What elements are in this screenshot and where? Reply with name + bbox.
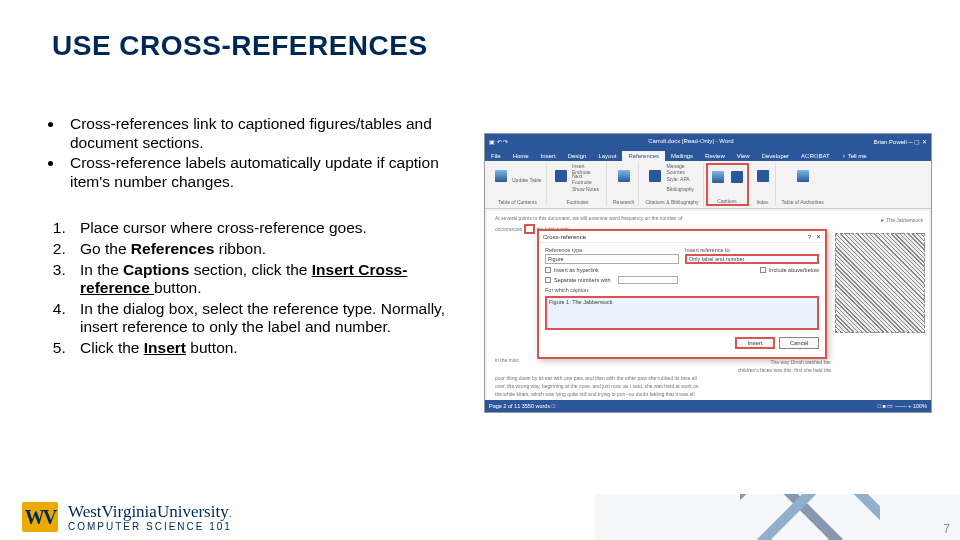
btn-style[interactable]: Style: APA	[666, 174, 696, 184]
step-5: Click the Insert button.	[70, 339, 470, 358]
btn-cross-reference[interactable]	[729, 165, 745, 189]
include-above-below-label: Include above/below	[769, 267, 819, 273]
insertion-point	[524, 224, 535, 234]
include-above-below-checkbox[interactable]	[760, 267, 766, 273]
group-label-research: Research	[613, 199, 634, 205]
tab-developer[interactable]: Developer	[756, 151, 795, 161]
tab-design[interactable]: Design	[562, 151, 593, 161]
status-bar: Page 2 of 11 3550 words □ □ ■ ▭ ─── + 10…	[485, 400, 931, 412]
group-footnotes: Insert EndnoteNext FootnoteShow Notes Fo…	[549, 163, 607, 206]
btn-insert-citation[interactable]	[647, 164, 663, 188]
doc-text: At several points in this document, we w…	[495, 215, 921, 221]
university-name: WestVirginiaUniversity.	[68, 503, 232, 520]
intro-bullets: Cross-references link to captioned figur…	[40, 115, 470, 191]
word-titlebar: ▣ ↶ ↷ Carroll.docx [Read-Only] - Word Br…	[485, 134, 931, 148]
btn-toc[interactable]	[493, 164, 509, 188]
dialog-titlebar: Cross-reference ? ✕	[539, 231, 825, 243]
tab-view[interactable]: View	[731, 151, 756, 161]
doc-text: over, the wrong way, beginning at the no…	[495, 383, 831, 389]
word-screenshot: ▣ ↶ ↷ Carroll.docx [Read-Only] - Word Br…	[484, 133, 932, 413]
dialog-close-icon[interactable]: ? ✕	[808, 233, 821, 240]
reference-type-label: Reference type:	[545, 247, 679, 253]
group-toc: Update Table Table of Contents	[489, 163, 547, 206]
tab-acrobat[interactable]: ACROBAT	[795, 151, 836, 161]
insert-as-hyperlink-label: Insert as hyperlink	[554, 267, 599, 273]
group-index: Index	[751, 163, 776, 206]
btn-smart-lookup[interactable]	[616, 164, 632, 188]
separate-numbers-checkbox[interactable]	[545, 277, 551, 283]
cross-reference-dialog: Cross-reference ? ✕ Reference type: Figu…	[537, 229, 827, 359]
tab-mailings[interactable]: Mailings	[665, 151, 699, 161]
window-title: Carroll.docx [Read-Only] - Word	[648, 138, 733, 144]
ribbon: Update Table Table of Contents Insert En…	[485, 161, 931, 209]
slide-body: Cross-references link to captioned figur…	[40, 115, 470, 360]
tab-review[interactable]: Review	[699, 151, 731, 161]
window-controls: Brian Powell ─ ▢ ✕	[873, 138, 927, 145]
group-label-toc: Table of Contents	[498, 199, 537, 205]
doc-text: The way Dinah washed her	[495, 359, 831, 365]
group-label-index: Index	[756, 199, 768, 205]
for-which-caption-label: For which caption:	[545, 287, 819, 293]
insert-reference-to-select[interactable]: Only label and number	[685, 254, 819, 264]
document-page: At several points in this document, we w…	[487, 211, 929, 401]
group-label-footnotes: Footnotes	[566, 199, 588, 205]
slide-title: USE CROSS-REFERENCES	[52, 30, 428, 62]
btn-mark-entry[interactable]	[755, 164, 771, 188]
insert-reference-to-label: Insert reference to:	[685, 247, 819, 253]
btn-insert-footnote[interactable]	[553, 164, 569, 188]
caption-listbox[interactable]: Figure 1: The Jabberwock	[545, 296, 819, 330]
tab-references[interactable]: References	[622, 151, 665, 161]
jabberwock-illustration	[835, 233, 925, 333]
btn-mark-citation[interactable]	[795, 164, 811, 188]
tab-file[interactable]: File	[485, 151, 507, 161]
course-name: COMPUTER SCIENCE 101	[68, 522, 232, 532]
quick-access: ▣ ↶ ↷	[489, 138, 508, 145]
cancel-button[interactable]: Cancel	[779, 337, 819, 349]
btn-next-footnote[interactable]: Next Footnote	[572, 174, 602, 184]
figure-caption: ► The Jabberwock	[880, 217, 923, 223]
tab-home[interactable]: Home	[507, 151, 535, 161]
step-1: Place cursor where cross-reference goes.	[70, 219, 470, 238]
separate-numbers-label: Separate numbers with	[554, 277, 611, 283]
insert-as-hyperlink-checkbox[interactable]	[545, 267, 551, 273]
wv-mark-icon: WV	[22, 502, 58, 532]
group-label-captions: Captions	[717, 198, 737, 204]
separate-numbers-input[interactable]	[618, 276, 678, 284]
ribbon-tabs: File Home Insert Design Layout Reference…	[485, 148, 931, 161]
btn-update-table[interactable]: Update Table	[512, 175, 542, 185]
step-3: In the Captions section, click the Inser…	[70, 261, 470, 298]
status-right: □ ■ ▭ ─── + 100%	[878, 403, 927, 409]
insert-button[interactable]: Insert	[735, 337, 775, 349]
btn-insert-caption[interactable]	[710, 165, 726, 189]
wvu-logo: WV WestVirginiaUniversity. COMPUTER SCIE…	[22, 502, 232, 532]
doc-text: the white kitten, which was lying quite …	[495, 391, 831, 397]
group-label-citations: Citations & Bibliography	[645, 199, 698, 205]
status-left: Page 2 of 11 3550 words □	[489, 403, 555, 409]
btn-bibliography[interactable]: Bibliography	[666, 184, 696, 194]
doc-text: children's faces was this: first she hel…	[495, 367, 831, 373]
reference-type-select[interactable]: Figure	[545, 254, 679, 264]
page-number: 7	[943, 522, 950, 536]
group-label-toa: Table of Authorities	[782, 199, 824, 205]
group-citations: Manage SourcesStyle: APABibliography Cit…	[641, 163, 703, 206]
group-toa: Table of Authorities	[778, 163, 828, 206]
doc-text: poor thing down by its ear with one paw,…	[495, 375, 831, 381]
tab-tellme[interactable]: ♀ Tell me	[836, 151, 873, 161]
bullet-2: Cross-reference labels automatically upd…	[64, 154, 470, 191]
dialog-title: Cross-reference	[543, 234, 586, 240]
tab-insert[interactable]: Insert	[535, 151, 562, 161]
btn-add-text[interactable]	[512, 164, 542, 174]
group-captions: Captions	[706, 163, 749, 206]
step-4: In the dialog box, select the reference …	[70, 300, 470, 337]
tab-layout[interactable]: Layout	[592, 151, 622, 161]
steps-list: Place cursor where cross-reference goes.…	[40, 219, 470, 357]
btn-manage-sources[interactable]: Manage Sources	[666, 164, 696, 174]
footer-decoration	[740, 494, 880, 540]
group-research: Research	[609, 163, 639, 206]
bullet-1: Cross-references link to captioned figur…	[64, 115, 470, 152]
btn-show-notes[interactable]: Show Notes	[572, 184, 602, 194]
step-2: Go the References ribbon.	[70, 240, 470, 259]
slide-footer: WV WestVirginiaUniversity. COMPUTER SCIE…	[0, 494, 960, 540]
